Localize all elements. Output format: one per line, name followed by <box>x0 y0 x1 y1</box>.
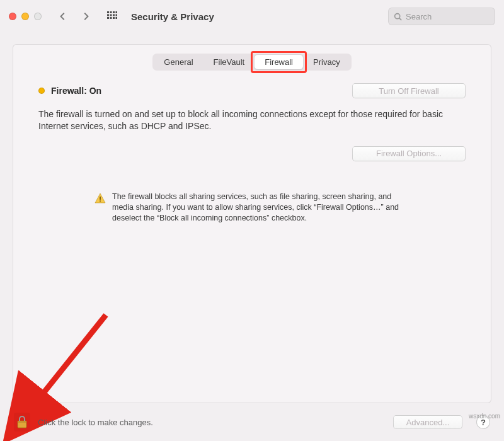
svg-rect-7 <box>116 14 118 16</box>
watermark-text: wsxdn.com <box>469 413 500 420</box>
firewall-description: The firewall is turned on and set up to … <box>38 108 466 132</box>
svg-rect-15 <box>100 197 101 200</box>
svg-rect-3 <box>116 11 118 13</box>
back-button[interactable] <box>54 8 72 25</box>
svg-rect-6 <box>113 14 115 16</box>
tab-privacy[interactable]: Privacy <box>303 55 350 69</box>
zoom-window-button[interactable] <box>34 13 42 20</box>
search-placeholder: Search <box>406 12 432 21</box>
page-title: Security & Privacy <box>131 11 214 22</box>
svg-rect-5 <box>110 14 112 16</box>
window-footer: Click the lock to make changes. Advanced… <box>0 403 504 441</box>
svg-rect-11 <box>116 17 118 19</box>
chevron-right-icon <box>81 12 90 21</box>
svg-rect-9 <box>110 17 112 19</box>
svg-rect-2 <box>113 11 115 13</box>
advanced-button[interactable]: Advanced... <box>393 415 462 429</box>
svg-point-12 <box>395 13 400 18</box>
svg-rect-0 <box>107 11 109 13</box>
search-input[interactable]: Search <box>388 8 495 25</box>
lock-hint-text: Click the lock to make changes. <box>38 418 153 427</box>
turn-off-firewall-button[interactable]: Turn Off Firewall <box>352 83 466 98</box>
lock-icon <box>16 415 28 430</box>
svg-rect-8 <box>107 17 109 19</box>
firewall-status-indicator-icon <box>38 88 45 94</box>
svg-rect-4 <box>107 14 109 16</box>
warning-text: The firewall blocks all sharing services… <box>112 192 410 224</box>
svg-rect-1 <box>110 11 112 13</box>
svg-rect-16 <box>100 200 101 202</box>
preference-pane: General FileVault Firewall Privacy Firew… <box>13 44 491 403</box>
svg-rect-20 <box>18 421 26 423</box>
firewall-status-label: Firewall: On <box>51 86 101 96</box>
show-all-button[interactable] <box>103 8 121 25</box>
firewall-options-button[interactable]: Firewall Options... <box>352 146 466 161</box>
svg-rect-10 <box>113 17 115 19</box>
grid-icon <box>107 11 117 21</box>
tab-bar: General FileVault Firewall Privacy <box>152 54 351 71</box>
window-toolbar: Security & Privacy Search <box>0 0 504 33</box>
warning-icon <box>94 193 106 224</box>
forward-button[interactable] <box>77 8 94 25</box>
window-controls <box>9 13 42 20</box>
svg-line-13 <box>399 18 401 20</box>
minimize-window-button[interactable] <box>21 13 29 20</box>
warning-box: The firewall blocks all sharing services… <box>94 192 410 224</box>
tab-firewall[interactable]: Firewall <box>255 55 303 69</box>
tab-general[interactable]: General <box>154 55 203 69</box>
lock-button[interactable] <box>14 413 30 432</box>
tab-filevault[interactable]: FileVault <box>203 55 255 69</box>
search-icon <box>394 13 402 21</box>
close-window-button[interactable] <box>9 13 16 20</box>
chevron-left-icon <box>59 12 67 21</box>
